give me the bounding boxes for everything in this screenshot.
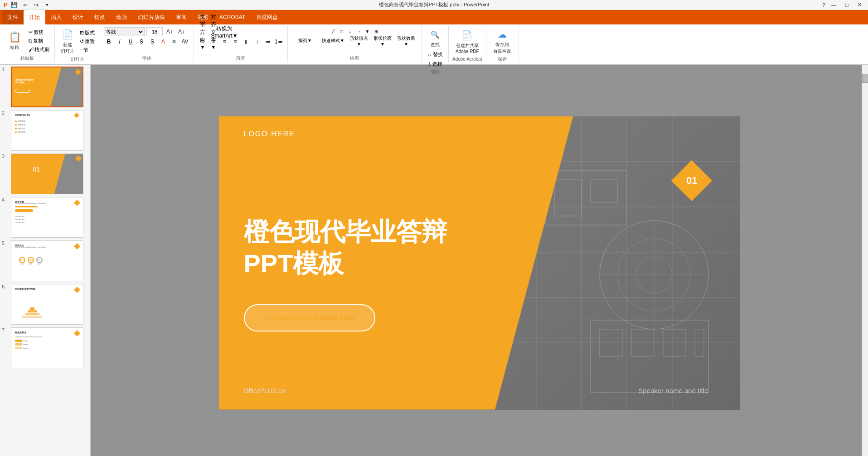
text-direction-button[interactable]: 文字方向▼: [198, 27, 208, 36]
quick-customize[interactable]: ▼: [43, 1, 51, 9]
tab-review[interactable]: 审阅: [170, 10, 192, 24]
help-btn[interactable]: ?: [822, 2, 825, 8]
cut-icon: ✂: [29, 29, 33, 35]
shape-rect[interactable]: □: [338, 27, 346, 35]
quick-redo[interactable]: ↪: [32, 1, 40, 9]
clear-format-button[interactable]: ✕: [169, 37, 179, 46]
shape-effects-button[interactable]: 形状效果▼: [395, 36, 417, 45]
columns-button[interactable]: ⫿: [241, 37, 251, 46]
tab-insert[interactable]: 插入: [45, 10, 67, 24]
slide-canvas: LOGO HERE 橙色现代毕业答辩 PPT模板 You can enter s…: [219, 116, 740, 410]
shape-more[interactable]: ▼: [364, 27, 372, 35]
slide-title-line1: 橙色现代毕业答辩: [244, 216, 447, 248]
italic-button[interactable]: I: [115, 37, 125, 46]
line-spacing-button[interactable]: ↕: [252, 37, 262, 46]
badge-number: 01: [686, 174, 697, 186]
tab-acrobat[interactable]: ACROBAT: [214, 10, 251, 24]
format-painter-button[interactable]: 🖌 格式刷: [27, 46, 51, 53]
create-pdf-icon: 📄: [461, 29, 474, 42]
mini-s4-subtitle: Unified force make leading more fluent: [15, 202, 46, 205]
reset-button[interactable]: ↺ 重置: [78, 38, 96, 45]
copy-button[interactable]: ⧉ 复制: [27, 37, 51, 45]
layout-button[interactable]: ⊞ 版式: [78, 29, 96, 37]
minimize-btn[interactable]: —: [829, 2, 839, 8]
font-increase-button[interactable]: A↑: [165, 27, 175, 36]
font-size-input[interactable]: [146, 27, 163, 36]
slide-thumb-7[interactable]: 7 社会贡献点 Unified force make leading more …: [2, 327, 88, 368]
font-color-button[interactable]: A: [158, 37, 168, 46]
shape-arrange[interactable]: ⊞: [372, 27, 380, 35]
align-center-button[interactable]: ≡: [209, 37, 218, 46]
slides-panel[interactable]: 1 橙色现代毕业答辩PPT模板 subtitle here 2 CONTENTS: [0, 65, 91, 456]
slide-img-3: 01: [11, 154, 83, 194]
tab-transitions[interactable]: 切换: [89, 10, 111, 24]
svg-rect-11: [591, 180, 618, 202]
ribbon-tab-bar: 文件 开始 插入 设计 切换 动画 幻灯片放映 审阅 视图 ACROBAT 百度…: [0, 10, 868, 24]
slide-thumb-3[interactable]: 3 01: [2, 154, 88, 194]
maximize-btn[interactable]: □: [843, 2, 851, 8]
justify-button[interactable]: ≡: [230, 37, 240, 46]
tab-design[interactable]: 设计: [67, 10, 89, 24]
convert-smartart-button[interactable]: 转换为SmartArt▼: [219, 27, 229, 36]
svg-rect-9: [545, 171, 627, 225]
slide-thumb-2[interactable]: 2 CONTENTS 研究背景 研究方法 研究结论 未来展望: [2, 110, 88, 151]
slide-thumb-4[interactable]: 4 研究背景 Unified force make leading more f…: [2, 197, 88, 238]
replace-button[interactable]: ↔ 替换: [426, 51, 444, 58]
format-painter-label: 格式刷: [34, 46, 49, 53]
subtitle-box[interactable]: You can enter subtitle here: [244, 304, 375, 331]
create-pdf-button[interactable]: 📄 创建并共享 Adobe PDF: [454, 28, 481, 55]
arrange-button[interactable]: 排列▼: [291, 36, 319, 45]
format-painter-icon: 🖌: [29, 47, 34, 52]
find-button[interactable]: 🔍 查找: [426, 27, 444, 49]
close-btn[interactable]: ✕: [855, 2, 864, 8]
create-pdf-label: 创建并共享 Adobe PDF: [456, 43, 479, 54]
bullets-button[interactable]: ≔: [263, 37, 273, 46]
font-family-select[interactable]: 等线: [104, 27, 145, 36]
mini-s3-number: 01: [33, 166, 40, 173]
title-bar: P 💾 ↩ ↪ ▼ 橙色商务现代毕业答辩PPT模板.pptx - PowerPo…: [0, 0, 868, 10]
mini-s6-pyramid: [22, 307, 42, 318]
mini-s1-title: 橙色现代毕业答辩PPT模板: [15, 78, 34, 84]
new-slide-button[interactable]: 📄 新建 幻灯片: [58, 27, 77, 55]
underline-button[interactable]: U: [126, 37, 136, 46]
numbering-button[interactable]: 1≔: [274, 37, 284, 46]
char-space-button[interactable]: AV: [180, 37, 190, 46]
slide-thumb-6[interactable]: 6 组织架构及管理层级: [2, 284, 88, 325]
tab-home[interactable]: 开始: [24, 10, 45, 24]
tab-slideshow[interactable]: 幻灯片放映: [132, 10, 170, 24]
find-icon: 🔍: [429, 28, 441, 41]
tab-file[interactable]: 文件: [2, 10, 24, 24]
quick-save[interactable]: 💾: [10, 1, 19, 9]
mini-s4-bar: [15, 206, 38, 207]
tab-animation[interactable]: 动画: [111, 10, 132, 24]
shape-line[interactable]: ╱: [329, 27, 337, 35]
shape-outline-button[interactable]: 形状轮廓▼: [371, 36, 394, 45]
mini-s7-title: 社会贡献点: [15, 331, 26, 334]
slide-thumb-5[interactable]: 5 研究文文 Unified force make leading more f…: [2, 240, 88, 281]
main-area: 1 橙色现代毕业答辩PPT模板 subtitle here 2 CONTENTS: [0, 65, 868, 456]
align-left-button[interactable]: ≡: [198, 37, 208, 46]
mini-slide-7: 社会贡献点 Unified force make leading more fl…: [11, 328, 83, 368]
vertical-scrollbar[interactable]: [862, 65, 868, 456]
shape-circle[interactable]: ○: [346, 27, 354, 35]
font-decrease-button[interactable]: A↓: [176, 27, 186, 36]
align-right-button[interactable]: ≡: [219, 37, 229, 46]
shape-arrow[interactable]: →: [355, 27, 363, 35]
quick-undo[interactable]: ↩: [21, 1, 29, 9]
section-button[interactable]: ≡ 节: [78, 46, 96, 54]
paste-button[interactable]: 📋 粘贴: [4, 30, 25, 52]
tab-baidu[interactable]: 百度网盘: [251, 10, 283, 24]
slide-thumb-1[interactable]: 1 橙色现代毕业答辩PPT模板 subtitle here: [2, 67, 88, 107]
shadow-button[interactable]: S: [147, 37, 157, 46]
slide-num-1: 1: [2, 67, 8, 72]
cut-button[interactable]: ✂ 剪切: [27, 29, 51, 36]
scroll-thumb[interactable]: [862, 74, 868, 83]
slide-main-title[interactable]: 橙色现代毕业答辩 PPT模板: [244, 216, 447, 279]
bold-button[interactable]: B: [104, 37, 114, 46]
speaker-info[interactable]: Speaker name and title: [638, 387, 708, 394]
strikethrough-button[interactable]: S: [136, 37, 146, 46]
save-to-baidu-button[interactable]: ☁ 保存到 百度网盘: [490, 27, 515, 55]
shape-fill-button[interactable]: 形状填充▼: [348, 36, 370, 45]
ribbon-group-acrobat: 📄 创建并共享 Adobe PDF Adobe Acrobat: [449, 26, 486, 62]
quick-styles-button[interactable]: 快速样式▼: [320, 36, 347, 45]
